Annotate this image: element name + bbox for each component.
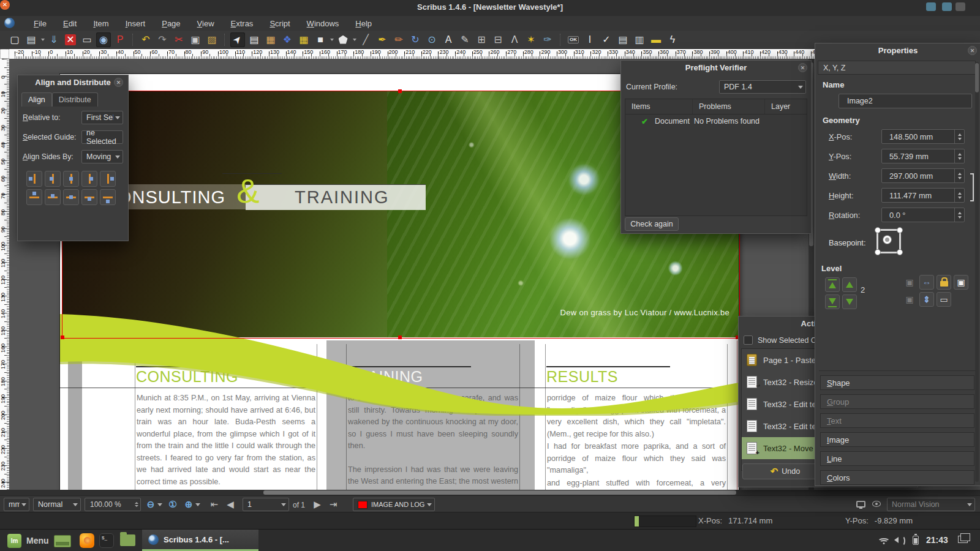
story-editor-icon[interactable]: ✎ (458, 32, 472, 47)
taskbar-window-scribus[interactable]: Scribus 1.4.6 - [... (142, 530, 258, 551)
monitor-icon[interactable] (856, 501, 865, 508)
battery-icon[interactable] (913, 536, 919, 545)
pdf-text-field-icon[interactable]: I (582, 32, 597, 47)
raise-button[interactable] (842, 277, 857, 292)
lock-icon[interactable] (937, 275, 951, 290)
insert-freehand-icon[interactable]: ✏ (391, 32, 406, 47)
geometry-field-xpos[interactable]: 148.500 mm (881, 129, 965, 144)
layer-select[interactable]: IMAGE AND LOGO (353, 498, 435, 511)
edit-contents-icon[interactable]: A (441, 32, 456, 47)
raise-to-top-button[interactable] (825, 277, 840, 292)
basepoint-top-left[interactable] (875, 227, 881, 233)
zoom-in-button[interactable]: ⊕ (181, 498, 196, 511)
align-right-sides-icon[interactable] (81, 171, 97, 187)
cut-icon[interactable]: ✂ (172, 32, 186, 47)
undo-icon[interactable]: ↶ (138, 32, 153, 47)
pdf-annotation-icon[interactable]: ▣ (902, 292, 917, 307)
insert-render-frame-icon[interactable]: ❖ (280, 32, 295, 47)
previous-page-button[interactable]: ◀ (223, 498, 238, 511)
eye-icon[interactable] (872, 501, 881, 507)
window-maximize-button[interactable] (942, 2, 952, 11)
show-desktop-icon[interactable] (54, 535, 71, 547)
insert-bezier-icon[interactable]: ✒ (375, 32, 390, 47)
unlink-text-frames-icon[interactable]: ⊟ (491, 32, 505, 47)
geometry-field-rotation[interactable]: 0.0 ° (881, 208, 965, 222)
menu-edit[interactable]: Edit (63, 19, 77, 28)
align-top-sides-icon[interactable] (45, 189, 61, 205)
chevron-down-icon[interactable] (195, 498, 201, 511)
pdf-push-button-icon[interactable]: OK (566, 32, 581, 47)
eyedropper-icon[interactable]: ✑ (540, 32, 555, 47)
menu-script[interactable]: Script (270, 19, 290, 28)
next-page-button[interactable]: ▶ (310, 498, 325, 511)
preview-quality-select[interactable]: Normal (33, 498, 81, 511)
insert-table-icon[interactable]: ▦ (296, 32, 311, 47)
basepoint-bottom-right[interactable] (897, 249, 903, 255)
window-list-icon[interactable] (958, 536, 968, 543)
properties-scrollbar[interactable] (975, 62, 979, 482)
rotate-item-icon[interactable]: ↻ (408, 32, 423, 47)
tab-align[interactable]: Align (21, 92, 52, 107)
last-page-button[interactable]: ⇥ (326, 498, 341, 511)
link-text-frames-icon[interactable]: ⊞ (474, 32, 489, 47)
window-minimize-button[interactable] (956, 2, 965, 11)
redo-icon[interactable]: ↷ (155, 32, 170, 47)
insert-line-icon[interactable]: ╱ (358, 32, 373, 47)
lower-to-bottom-button[interactable] (825, 294, 840, 309)
spinner[interactable] (954, 149, 964, 163)
align-row-select[interactable]: First Sele (81, 111, 123, 124)
paste-icon[interactable]: ▨ (205, 32, 219, 47)
column-header-layer[interactable]: Layer (765, 99, 807, 114)
export-pdf-icon[interactable]: P (113, 32, 127, 47)
selection-handle-bottom-mid[interactable] (398, 335, 402, 339)
align-right-sides-out-icon[interactable] (100, 171, 116, 187)
name-input[interactable]: Image2 (839, 94, 972, 108)
insert-polygon-icon[interactable] (336, 32, 350, 47)
file-manager-icon[interactable] (120, 534, 135, 546)
align-left-sides-out-icon[interactable] (26, 171, 42, 187)
align-row-select[interactable]: Moving ( (81, 150, 123, 163)
ruler-origin-box[interactable] (0, 49, 9, 59)
section-shape[interactable]: Shape (820, 375, 974, 390)
column-header-problems[interactable]: Problems (693, 99, 765, 114)
unit-select[interactable]: mm (4, 498, 29, 511)
menu-windows[interactable]: Windows (307, 19, 339, 28)
firefox-icon[interactable] (80, 533, 94, 548)
geometry-field-height[interactable]: 111.477 mm (881, 188, 965, 203)
visual-appearance-select[interactable]: Normal Vision (887, 498, 975, 511)
table-row[interactable]: ✔ Document No Problems found (625, 114, 807, 129)
menu-insert[interactable]: Insert (126, 19, 146, 28)
menu-extras[interactable]: Extras (231, 19, 254, 28)
insert-shape-icon[interactable]: ■ (313, 32, 328, 47)
select-item-icon[interactable]: ➤ (230, 32, 245, 47)
section-image[interactable]: Image (820, 432, 974, 447)
chevron-down-icon[interactable] (353, 39, 356, 41)
new-document-icon[interactable]: ▢ (7, 32, 22, 47)
flip-vertical-icon[interactable]: ⇕ (919, 292, 934, 307)
preflight-verifier-icon[interactable]: ◉ (96, 32, 111, 47)
basepoint-center[interactable] (883, 236, 891, 244)
chevron-down-icon[interactable] (157, 498, 163, 511)
basepoint-selector[interactable] (876, 229, 901, 253)
column-header-items[interactable]: Items (625, 99, 693, 114)
align-bottom-sides-out-icon[interactable] (100, 189, 116, 205)
spinner[interactable] (954, 169, 964, 182)
chevron-down-icon[interactable] (41, 39, 45, 41)
section-line[interactable]: Line (820, 451, 974, 466)
close-icon[interactable]: ✕ (63, 32, 78, 47)
volume-icon[interactable] (894, 536, 905, 544)
align-centers-vertical-icon[interactable] (63, 189, 79, 205)
insert-text-frame-icon[interactable]: ▤ (247, 32, 262, 47)
terminal-icon[interactable]: $_ (99, 533, 114, 548)
pdf-checkbox-icon[interactable]: ✓ (599, 32, 614, 47)
align-left-sides-icon[interactable] (45, 171, 61, 187)
zoom-icon[interactable]: ⊙ (424, 32, 439, 47)
menu-view[interactable]: View (197, 19, 214, 28)
basepoint-bottom-left[interactable] (875, 249, 881, 255)
print-item-icon[interactable]: ▭ (937, 292, 951, 307)
pdf-link-annotation-icon[interactable]: ϟ (665, 32, 680, 47)
geometry-field-width[interactable]: 297.000 mm (881, 168, 965, 183)
menu-page[interactable]: Page (162, 19, 180, 28)
spinner[interactable] (954, 208, 964, 222)
tab-xyz[interactable]: X, Y, Z (818, 61, 976, 75)
